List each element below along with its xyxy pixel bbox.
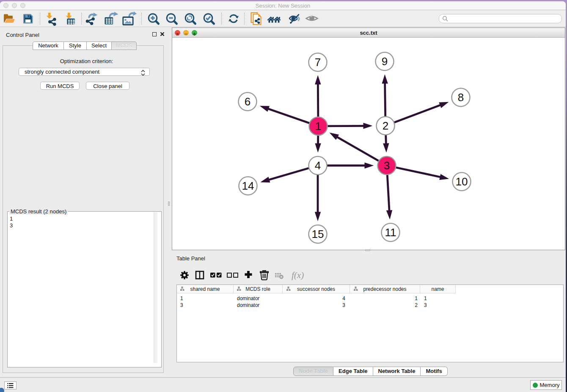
svg-text:15: 15 <box>312 228 324 240</box>
svg-text:3: 3 <box>384 159 390 172</box>
svg-text:1: 1 <box>315 120 321 133</box>
svg-text:4: 4 <box>315 159 321 172</box>
svg-text:6: 6 <box>245 95 250 108</box>
svg-text:9: 9 <box>382 55 388 68</box>
svg-text:7: 7 <box>315 56 321 69</box>
svg-text:11: 11 <box>385 226 396 239</box>
svg-text:8: 8 <box>458 91 464 104</box>
svg-text:14: 14 <box>242 179 254 192</box>
svg-text:2: 2 <box>383 119 388 132</box>
svg-text:f(x): f(x) <box>292 270 304 280</box>
svg-text:10: 10 <box>456 175 468 188</box>
